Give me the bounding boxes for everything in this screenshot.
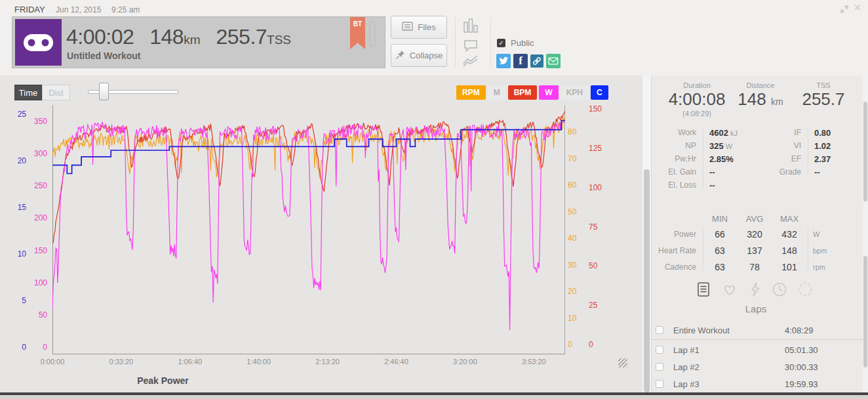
toggle-time-button[interactable]: Time [14, 85, 42, 100]
axis-tick-power: 0 [28, 343, 47, 352]
summary-tss: TSS 255.7 [792, 81, 855, 110]
metric-value: 0.80 [814, 128, 831, 138]
lap-checkbox[interactable] [656, 380, 663, 388]
laps-tab-circle-icon[interactable] [797, 281, 814, 301]
laps-tab-heart-icon[interactable] [721, 281, 738, 301]
lap-name: Lap #3 [673, 379, 700, 389]
twitter-share-button[interactable] [496, 54, 511, 68]
banner-distance-unit: km [184, 33, 200, 47]
email-share-button[interactable] [546, 54, 561, 68]
panel-scrollbar-thumb-2[interactable] [863, 256, 867, 368]
legend-button-w[interactable]: W [539, 85, 558, 100]
link-share-button[interactable] [530, 54, 543, 68]
metric-value: 2.85% [709, 154, 734, 164]
mam-divider-right [808, 227, 808, 270]
bar-chart-icon[interactable] [463, 18, 479, 37]
x-axis-tick-label: 3:20:00 [445, 358, 484, 366]
axis-tick-power: 150 [28, 246, 47, 256]
axis-tick-cadence: 50 [568, 207, 587, 217]
metric-label: EF [754, 154, 801, 163]
legend-button-c[interactable]: C [591, 85, 608, 100]
mam-row-label: Heart Rate [651, 246, 696, 255]
share-buttons: f [496, 54, 561, 68]
mam-cell: 66 [705, 229, 734, 240]
mam-header-max: MAX [774, 214, 805, 224]
workout-banner: 4:00:02 148km 255.7TSS Untitled Workout … [12, 16, 385, 68]
lap-checkbox[interactable] [656, 346, 663, 354]
lap-row[interactable]: Lap #230:00.33 [651, 358, 863, 375]
x-axis-tick-label: 2:13:20 [308, 358, 347, 366]
legend-button-m[interactable]: M [488, 85, 506, 100]
lap-checkbox[interactable] [656, 363, 663, 371]
axis-tick-cadence: 70 [568, 154, 587, 164]
window-bottom-margin [0, 395, 868, 399]
mam-cell: 101 [774, 262, 805, 272]
axis-tick-temperature: 10 [7, 249, 26, 259]
mam-header-min: MIN [705, 214, 734, 224]
lap-checkbox[interactable] [656, 326, 663, 334]
facebook-share-button[interactable]: f [513, 54, 528, 68]
distance-value: 148 km [729, 89, 792, 110]
collapse-button[interactable]: Collapse [391, 44, 447, 67]
banner-tss-unit: TSS [267, 33, 291, 47]
lap-row[interactable]: Lap #105:01.30 [651, 341, 863, 358]
mam-divider-left [703, 227, 703, 270]
toggle-dist-button[interactable]: Dist [42, 85, 70, 100]
panel-scrollbar-thumb[interactable] [863, 102, 867, 201]
legend-button-kph[interactable]: KPH [561, 85, 589, 100]
metric-label: El. Gain [651, 167, 696, 177]
bt-ribbon-label: BT [353, 20, 362, 28]
mam-cell: 63 [705, 245, 734, 256]
laps-tab-notes-icon[interactable] [695, 281, 712, 301]
lap-row[interactable]: Lap #319:59.93 [651, 375, 863, 392]
axis-tick-cadence: 0 [568, 340, 587, 350]
mam-cell: 78 [740, 262, 770, 272]
laps-tab-power-icon[interactable] [747, 281, 764, 301]
legend-button-bpm[interactable]: BPM [508, 85, 538, 100]
files-button[interactable]: Files [391, 16, 447, 39]
mam-cell: 137 [740, 245, 770, 256]
line-chart-icon[interactable] [463, 55, 479, 70]
zoom-slider-handle[interactable] [99, 83, 109, 100]
chart-resize-handle[interactable] [618, 358, 627, 368]
axis-tick-cadence: 10 [568, 314, 587, 324]
files-button-label: Files [418, 22, 435, 32]
axis-tick-heart_rate: 100 [589, 183, 611, 193]
x-axis-tick-label: 1:40:00 [239, 358, 279, 366]
axis-tick-temperature: 15 [7, 203, 26, 213]
mam-cell: 320 [740, 229, 770, 240]
metric-label: El. Loss [651, 180, 696, 190]
main-scrollbar-thumb[interactable] [644, 169, 650, 392]
workout-title[interactable]: Untitled Workout [67, 51, 141, 61]
tss-label: TSS [792, 81, 855, 89]
x-axis-tick-label: 0:33:20 [102, 358, 141, 366]
chart-plot-area[interactable] [52, 105, 565, 354]
public-checkbox[interactable]: ✓ [497, 39, 505, 47]
axis-tick-power: 50 [28, 310, 47, 320]
legend-button-rpm[interactable]: RPM [456, 85, 486, 100]
metric-row: Pw:Hr2.85% [651, 152, 762, 165]
expand-icon[interactable] [839, 4, 850, 17]
axis-tick-power: 200 [28, 213, 47, 223]
axis-tick-temperature: 25 [7, 110, 26, 119]
duration-label: Duration [665, 81, 728, 89]
axis-tick-heart_rate: 25 [589, 301, 611, 310]
metric-value: 4602kJ [709, 128, 738, 138]
laps-divider [651, 339, 863, 340]
lap-name: Lap #1 [673, 345, 700, 355]
files-icon [402, 22, 413, 33]
axis-tick-heart_rate: 0 [589, 340, 611, 350]
mam-cell: 63 [705, 262, 734, 272]
summary-duration: Duration 4:00:08 (4:08:29) [665, 81, 728, 117]
close-icon[interactable]: × [854, 0, 861, 15]
comment-icon[interactable] [464, 39, 478, 55]
axis-tick-power: 100 [28, 278, 47, 288]
x-axis-mode-toggle: Time Dist [14, 85, 70, 100]
public-checkbox-row: ✓ Public [497, 38, 534, 48]
banner-duration: 4:00:02 [66, 25, 134, 49]
laps-section-title: Laps [717, 303, 795, 314]
lap-row[interactable]: Entire Workout4:08:29 [651, 322, 863, 339]
laps-tab-time-icon[interactable] [771, 281, 788, 301]
series-legend: RPMMBPMWKPHC [456, 85, 608, 100]
metric-label: VI [754, 141, 801, 150]
